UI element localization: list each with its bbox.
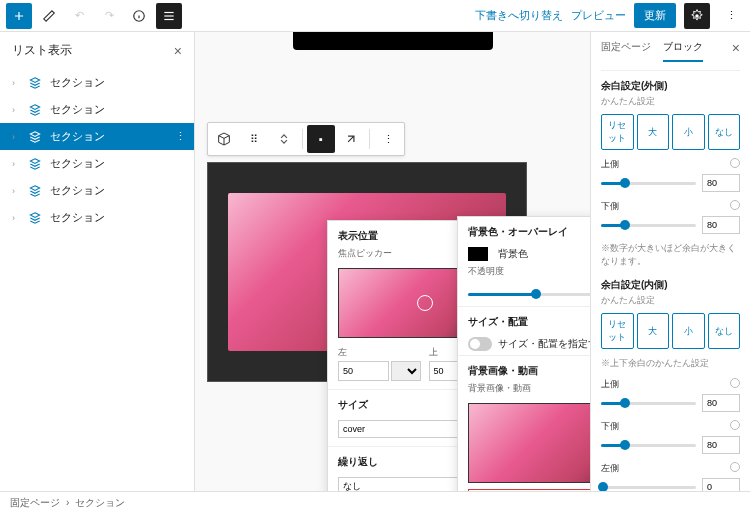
info-icon[interactable] bbox=[126, 3, 152, 29]
tree-item-label: セクション bbox=[50, 102, 105, 117]
margin-input[interactable] bbox=[702, 216, 740, 234]
breadcrumb-section[interactable]: セクション bbox=[75, 496, 125, 510]
media-sub-label: 背景画像・動画 bbox=[458, 382, 590, 399]
layers-icon bbox=[28, 103, 42, 117]
svg-point-4 bbox=[695, 14, 699, 18]
margin-input[interactable] bbox=[702, 174, 740, 192]
chevron-right-icon: › bbox=[12, 186, 20, 196]
opacity-slider[interactable] bbox=[468, 293, 590, 296]
slider-label: 下側 bbox=[601, 420, 619, 433]
notch-bar bbox=[293, 32, 493, 50]
align-icon[interactable]: ▪ bbox=[307, 125, 335, 153]
margin-input[interactable] bbox=[702, 394, 740, 412]
left-unit-select[interactable]: % bbox=[391, 361, 421, 381]
preset-button[interactable]: 大 bbox=[637, 313, 670, 349]
chevron-right-icon: › bbox=[12, 213, 20, 223]
sidebar-item-section[interactable]: ›セクション bbox=[0, 204, 194, 231]
sidebar-item-section[interactable]: ›セクション bbox=[0, 69, 194, 96]
chevron-right-icon: › bbox=[12, 105, 20, 115]
update-button[interactable]: 更新 bbox=[634, 3, 676, 28]
preview-link[interactable]: プレビュー bbox=[571, 8, 626, 23]
breadcrumb-page[interactable]: 固定ページ bbox=[10, 496, 60, 510]
preset-button[interactable]: リセット bbox=[601, 313, 634, 349]
close-icon[interactable]: × bbox=[732, 40, 740, 62]
more-icon[interactable]: ⋮ bbox=[718, 3, 744, 29]
svg-rect-3 bbox=[164, 18, 173, 19]
overlay-title: 背景色・オーバーレイ bbox=[468, 225, 568, 239]
slider-label: 左側 bbox=[601, 462, 619, 475]
layers-icon bbox=[28, 184, 42, 198]
left-label: 左 bbox=[338, 346, 421, 359]
margin-input[interactable] bbox=[702, 478, 740, 491]
size-config-title: サイズ・配置 bbox=[468, 315, 528, 329]
block-toolbar: ⠿ ▪ ⋮ bbox=[207, 122, 405, 156]
size-label: サイズ bbox=[338, 398, 368, 412]
sidebar-item-section[interactable]: ›セクション bbox=[0, 177, 194, 204]
add-block-button[interactable] bbox=[6, 3, 32, 29]
list-view-icon[interactable] bbox=[156, 3, 182, 29]
margin-slider[interactable] bbox=[601, 224, 696, 227]
display-position-title: 表示位置 bbox=[338, 229, 378, 243]
margin-slider[interactable] bbox=[601, 486, 696, 489]
reset-icon[interactable] bbox=[730, 420, 740, 430]
clear-image-button[interactable]: 画像をクリア bbox=[468, 489, 590, 491]
margin-slider[interactable] bbox=[601, 182, 696, 185]
switch-to-draft-link[interactable]: 下書きへ切り替え bbox=[475, 8, 563, 23]
more-icon[interactable]: ⋮ bbox=[175, 130, 186, 143]
color-swatch[interactable] bbox=[468, 247, 488, 261]
reset-icon[interactable] bbox=[730, 158, 740, 168]
tab-page[interactable]: 固定ページ bbox=[601, 40, 651, 62]
tree-item-label: セクション bbox=[50, 156, 105, 171]
preset-button[interactable]: 小 bbox=[672, 313, 705, 349]
chevron-right-icon: › bbox=[12, 78, 20, 88]
preset-button[interactable]: リセット bbox=[601, 114, 634, 150]
inner-note: ※上下余白のかんたん設定 bbox=[601, 357, 740, 370]
fullwidth-icon[interactable] bbox=[337, 125, 365, 153]
slider-label: 下側 bbox=[601, 200, 619, 213]
drag-handle-icon[interactable]: ⠿ bbox=[240, 125, 268, 153]
settings-icon[interactable] bbox=[684, 3, 710, 29]
margin-input[interactable] bbox=[702, 436, 740, 454]
easy-setting-label: かんたん設定 bbox=[601, 95, 740, 108]
sidebar-item-section[interactable]: ›セクション bbox=[0, 96, 194, 123]
breadcrumb-sep: › bbox=[66, 497, 69, 508]
redo-icon[interactable]: ↷ bbox=[96, 3, 122, 29]
preset-button[interactable]: 大 bbox=[637, 114, 670, 150]
layers-icon bbox=[28, 76, 42, 90]
undo-icon[interactable]: ↶ bbox=[66, 3, 92, 29]
media-thumbnail[interactable] bbox=[468, 403, 590, 483]
tab-block[interactable]: ブロック bbox=[663, 40, 703, 62]
block-type-icon[interactable] bbox=[210, 125, 238, 153]
reset-icon[interactable] bbox=[730, 378, 740, 388]
size-config-text: サイズ・配置を指定する bbox=[498, 337, 590, 351]
size-config-toggle[interactable] bbox=[468, 337, 492, 351]
close-icon[interactable]: × bbox=[174, 43, 182, 59]
outer-margin-title: 余白設定(外側) bbox=[601, 79, 740, 93]
more-options-icon[interactable]: ⋮ bbox=[374, 125, 402, 153]
layers-icon bbox=[28, 130, 42, 144]
tree-item-label: セクション bbox=[50, 210, 105, 225]
sidebar-item-section[interactable]: ›セクション bbox=[0, 150, 194, 177]
left-input[interactable] bbox=[338, 361, 389, 381]
preset-button[interactable]: なし bbox=[708, 313, 741, 349]
margin-slider[interactable] bbox=[601, 402, 696, 405]
tree-item-label: セクション bbox=[50, 183, 105, 198]
tree-item-label: セクション bbox=[50, 75, 105, 90]
tree-item-label: セクション bbox=[50, 129, 105, 144]
svg-rect-2 bbox=[164, 15, 173, 16]
bg-color-label: 背景色 bbox=[498, 247, 528, 261]
easy-setting-label: かんたん設定 bbox=[601, 294, 740, 307]
edit-icon[interactable] bbox=[36, 3, 62, 29]
reset-icon[interactable] bbox=[730, 462, 740, 472]
slider-label: 上側 bbox=[601, 378, 619, 391]
reset-icon[interactable] bbox=[730, 200, 740, 210]
preset-button[interactable]: 小 bbox=[672, 114, 705, 150]
svg-rect-1 bbox=[164, 11, 173, 12]
chevron-right-icon: › bbox=[12, 159, 20, 169]
margin-slider[interactable] bbox=[601, 444, 696, 447]
sidebar-item-section[interactable]: ›セクション⋮ bbox=[0, 123, 194, 150]
preset-button[interactable]: なし bbox=[708, 114, 741, 150]
media-title: 背景画像・動画 bbox=[468, 364, 538, 378]
repeat-label: 繰り返し bbox=[338, 455, 378, 469]
move-icon[interactable] bbox=[270, 125, 298, 153]
